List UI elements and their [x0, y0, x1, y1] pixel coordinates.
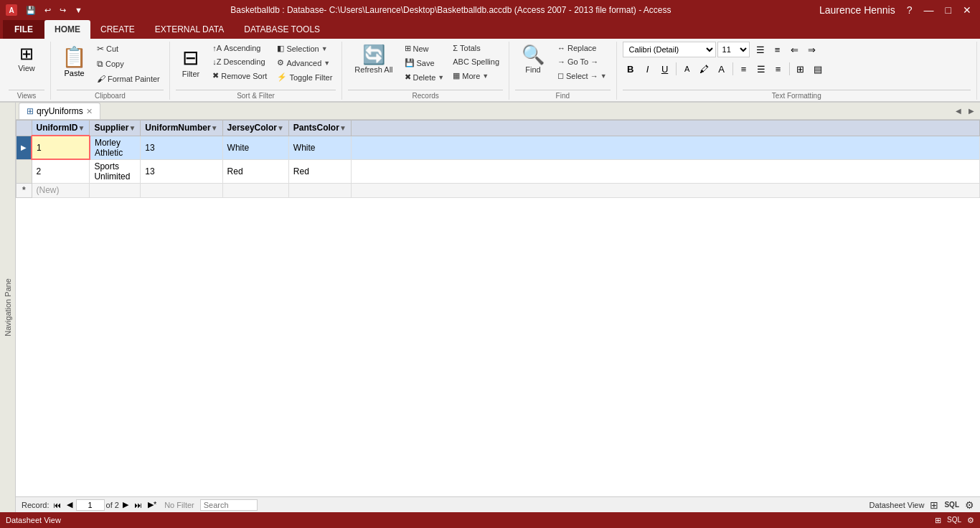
refresh-all-button[interactable]: 🔄 Refresh All	[348, 42, 399, 77]
tab-right-arrow[interactable]: ▶	[966, 105, 977, 116]
cell-uniformnumber-1[interactable]: 13	[141, 136, 222, 159]
redo-btn[interactable]: ↪	[57, 4, 69, 16]
indent-less-btn[interactable]: ⇐	[787, 42, 803, 57]
format-painter-button[interactable]: 🖌 Format Painter	[93, 72, 164, 86]
copy-button[interactable]: ⧉ Copy	[93, 57, 164, 71]
bold-btn[interactable]: B	[623, 61, 639, 77]
align-left-btn[interactable]: ≡	[736, 61, 752, 77]
goto-button[interactable]: → Go To →	[554, 55, 611, 68]
highlight-btn[interactable]: 🖍	[697, 61, 712, 77]
view-button[interactable]: ⊞ View	[9, 42, 44, 76]
italic-btn[interactable]: I	[640, 61, 656, 77]
sql-view-icon[interactable]: SQL	[944, 501, 959, 509]
tab-database-tools[interactable]: DATABASE TOOLS	[234, 20, 330, 39]
table-row[interactable]: 2 Sports Unlimited 13 Red Red	[17, 159, 980, 183]
tab-home[interactable]: HOME	[44, 20, 90, 39]
table-new-row[interactable]: * (New)	[17, 183, 980, 197]
gridlines-btn[interactable]: ⊞	[793, 61, 809, 77]
replace-button[interactable]: ↔ Replace	[554, 42, 611, 55]
underline-btn[interactable]: U	[657, 61, 673, 77]
minimize-btn[interactable]: —	[921, 4, 937, 16]
paste-button[interactable]: 📋 Paste	[57, 42, 92, 86]
customize-qa-btn[interactable]: ▼	[72, 4, 85, 16]
cell-jerseycolor-1[interactable]: White	[222, 136, 288, 159]
bullets-btn[interactable]: ☰	[753, 42, 768, 57]
nav-next-btn[interactable]: ▶	[121, 499, 131, 510]
alt-row-btn[interactable]: ▤	[810, 61, 826, 77]
col-uniformnumber-arrow[interactable]: ▼	[211, 124, 218, 132]
cell-pantscolor-new[interactable]	[288, 183, 351, 197]
help-btn[interactable]: ?	[904, 4, 915, 16]
font-family-select[interactable]: Calibri (Detail)	[623, 42, 716, 57]
save-record-button[interactable]: 💾 Save	[401, 56, 448, 70]
design-view-icon[interactable]: ⚙	[965, 499, 974, 511]
cell-uniformid-1[interactable]: 1	[32, 136, 90, 159]
tab-create[interactable]: CREATE	[90, 20, 145, 39]
bg-color-btn[interactable]: A	[714, 61, 730, 77]
bottom-datasheet-icon[interactable]: ⊞	[935, 516, 941, 525]
delete-record-button[interactable]: ✖ Delete ▼	[401, 70, 448, 84]
align-right-btn[interactable]: ≡	[771, 61, 786, 77]
close-btn[interactable]: ✕	[960, 4, 974, 16]
totals-button[interactable]: Σ Totals	[449, 42, 503, 55]
tab-close-btn[interactable]: ✕	[86, 107, 93, 116]
selection-button[interactable]: ◧ Selection ▼	[273, 42, 336, 55]
nav-first-btn[interactable]: ⏮	[51, 500, 63, 510]
find-button[interactable]: 🔍 Find	[515, 42, 551, 82]
tab-file[interactable]: FILE	[3, 20, 44, 39]
advanced-button[interactable]: ⚙ Advanced ▼	[273, 56, 336, 70]
bottom-sql-icon[interactable]: SQL	[947, 516, 961, 525]
cell-jerseycolor-new[interactable]	[222, 183, 288, 197]
cell-pantscolor-1[interactable]: White	[288, 136, 351, 159]
maximize-btn[interactable]: □	[943, 4, 954, 16]
filter-button[interactable]: ⊟ Filter	[176, 44, 206, 82]
col-jerseycolor-arrow[interactable]: ▼	[277, 124, 284, 132]
cell-uniformnumber-2[interactable]: 13	[141, 159, 222, 183]
new-record-button[interactable]: ⊞ New	[401, 42, 448, 55]
cell-supplier-new[interactable]	[90, 183, 141, 197]
nav-last-btn[interactable]: ⏭	[132, 500, 144, 510]
cell-uniformid-new[interactable]: (New)	[32, 183, 90, 197]
col-header-supplier[interactable]: Supplier ▼	[90, 121, 141, 136]
indent-more-btn[interactable]: ⇒	[804, 42, 820, 57]
navigation-pane[interactable]: Navigation Pane	[0, 103, 16, 512]
datasheet-view-icon[interactable]: ⊞	[930, 499, 938, 511]
col-pantscolor-arrow[interactable]: ▼	[339, 124, 347, 132]
grid-container[interactable]: UniformID ▼ Supplier ▼ U	[16, 120, 980, 496]
remove-sort-button[interactable]: ✖ Remove Sort	[209, 69, 270, 82]
cut-button[interactable]: ✂ Cut	[93, 42, 164, 56]
cell-jerseycolor-2[interactable]: Red	[222, 159, 288, 183]
cell-pantscolor-2[interactable]: Red	[288, 159, 351, 183]
search-input[interactable]	[200, 499, 258, 511]
nav-prev-btn[interactable]: ◀	[65, 499, 75, 510]
cell-supplier-1[interactable]: Morley Athletic	[90, 136, 141, 159]
toggle-filter-button[interactable]: ⚡ Toggle Filter	[273, 70, 336, 84]
bottom-design-icon[interactable]: ⚙	[967, 516, 974, 525]
save-qa-btn[interactable]: 💾	[23, 4, 39, 16]
numbering-btn[interactable]: ≡	[770, 42, 786, 57]
ascending-button[interactable]: ↑A Ascending	[209, 42, 270, 55]
descending-button[interactable]: ↓Z Descending	[209, 55, 270, 68]
current-record-input[interactable]	[76, 499, 105, 511]
tab-external-data[interactable]: EXTERNAL DATA	[145, 20, 234, 39]
more-button[interactable]: ▦ More ▼	[449, 69, 503, 82]
col-header-pantscolor[interactable]: PantsColor ▼	[288, 121, 351, 136]
cell-uniformnumber-new[interactable]	[141, 183, 222, 197]
undo-btn[interactable]: ↩	[42, 4, 54, 16]
col-uniformid-arrow[interactable]: ▼	[78, 124, 85, 132]
font-size-select[interactable]: 11	[717, 42, 750, 57]
col-header-uniformnumber[interactable]: UniformNumber ▼	[141, 121, 222, 136]
table-row[interactable]: ▶ 1 Morley Athletic 13 White White	[17, 136, 980, 159]
select-button[interactable]: ◻ Select → ▼	[554, 69, 611, 82]
query-tab[interactable]: ⊞ qryUniforms ✕	[19, 103, 100, 119]
cell-supplier-2[interactable]: Sports Unlimited	[90, 159, 141, 183]
cell-uniformid-2[interactable]: 2	[32, 159, 90, 183]
tab-left-arrow[interactable]: ◀	[953, 105, 964, 116]
col-header-jerseycolor[interactable]: JerseyColor ▼	[222, 121, 288, 136]
font-color-btn[interactable]: A	[679, 61, 695, 77]
spelling-button[interactable]: ABC Spelling	[449, 55, 503, 68]
col-supplier-arrow[interactable]: ▼	[128, 124, 136, 132]
align-center-btn[interactable]: ☰	[753, 61, 769, 77]
col-header-uniformid[interactable]: UniformID ▼	[32, 121, 90, 136]
nav-new-btn[interactable]: ▶*	[146, 499, 159, 510]
